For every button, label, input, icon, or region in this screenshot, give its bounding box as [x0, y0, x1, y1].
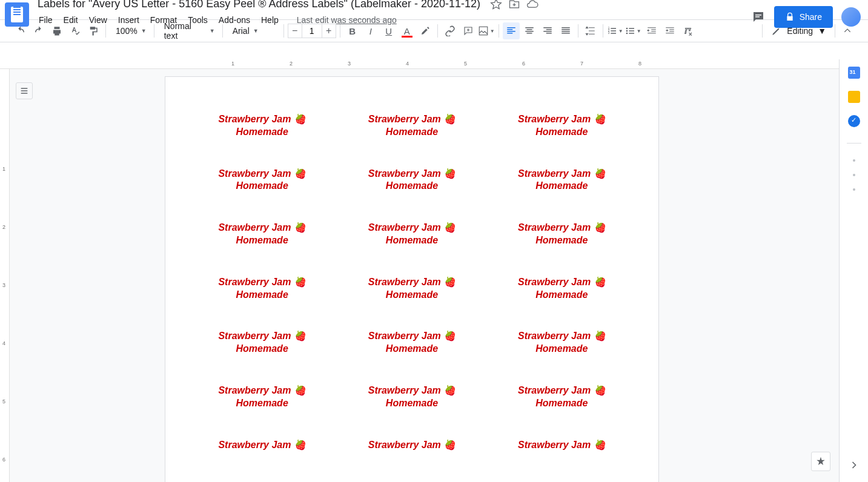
svg-text:3: 3 [608, 31, 609, 35]
fontsize-input[interactable] [302, 24, 322, 38]
fontsize-plus[interactable]: + [322, 24, 336, 38]
svg-rect-1 [755, 16, 760, 18]
comments-icon[interactable] [751, 10, 766, 24]
keep-addon-icon[interactable] [848, 91, 860, 103]
addon-dot [853, 174, 855, 176]
share-button[interactable]: Share [774, 6, 833, 28]
label-cell[interactable]: Strawberry Jam 🍓Homemade [349, 276, 474, 302]
svg-rect-0 [755, 15, 761, 16]
document-page[interactable]: Strawberry Jam 🍓HomemadeStrawberry Jam 🍓… [165, 76, 659, 482]
font-select[interactable]: Arial▼ [227, 22, 280, 39]
label-cell[interactable]: Strawberry Jam 🍓Homemade [499, 113, 624, 139]
tasks-addon-icon[interactable] [848, 115, 860, 127]
clear-format-button[interactable] [680, 22, 697, 39]
align-left-button[interactable] [503, 22, 520, 39]
textcolor-button[interactable]: A [399, 22, 416, 39]
explore-button[interactable] [811, 452, 830, 471]
cloud-icon[interactable] [526, 0, 538, 10]
label-cell[interactable]: Strawberry Jam 🍓 [349, 439, 474, 452]
label-cell[interactable]: Strawberry Jam 🍓Homemade [199, 330, 325, 355]
addon-dot [853, 159, 855, 162]
redo-button[interactable] [30, 22, 47, 39]
svg-point-6 [626, 28, 628, 30]
label-cell[interactable]: Strawberry Jam 🍓Homemade [349, 113, 474, 139]
svg-point-7 [626, 30, 628, 32]
svg-point-8 [626, 33, 628, 35]
label-cell[interactable]: Strawberry Jam 🍓Homemade [199, 222, 325, 247]
label-cell[interactable]: Strawberry Jam 🍓Homemade [199, 113, 325, 139]
align-justify-button[interactable] [557, 22, 574, 39]
label-cell[interactable]: Strawberry Jam 🍓Homemade [499, 276, 624, 302]
style-select[interactable]: Normal text▼ [158, 22, 219, 39]
lock-icon [785, 12, 795, 22]
label-cell[interactable]: Strawberry Jam 🍓Homemade [349, 222, 474, 247]
label-cell[interactable]: Strawberry Jam 🍓Homemade [499, 330, 624, 355]
label-cell[interactable]: Strawberry Jam 🍓 [499, 439, 624, 452]
format-paint-button[interactable] [85, 22, 102, 39]
print-button[interactable] [48, 22, 65, 39]
share-label: Share [800, 12, 822, 22]
outline-toggle[interactable] [16, 82, 33, 99]
label-cell[interactable]: Strawberry Jam 🍓Homemade [499, 385, 624, 410]
star-icon[interactable] [490, 0, 502, 10]
label-cell[interactable]: Strawberry Jam 🍓Homemade [349, 385, 474, 410]
label-cell[interactable]: Strawberry Jam 🍓Homemade [349, 168, 474, 193]
label-cell[interactable]: Strawberry Jam 🍓Homemade [199, 168, 325, 193]
highlight-button[interactable] [417, 22, 434, 39]
numbered-list-button[interactable]: 123▼ [607, 22, 624, 39]
horizontal-ruler[interactable]: 1 2 3 4 5 6 7 8 [0, 59, 839, 69]
linespacing-button[interactable] [582, 22, 599, 39]
addon-dot [853, 188, 855, 191]
align-center-button[interactable] [521, 22, 538, 39]
image-button[interactable]: ▼ [478, 22, 495, 39]
align-right-button[interactable] [539, 22, 556, 39]
spellcheck-button[interactable] [67, 22, 84, 39]
side-panel [839, 59, 868, 482]
comment-button[interactable] [460, 22, 477, 39]
fontsize-minus[interactable]: − [288, 24, 302, 38]
italic-button[interactable]: I [362, 22, 379, 39]
zoom-select[interactable]: 100%▼ [110, 22, 150, 39]
label-cell[interactable]: Strawberry Jam 🍓Homemade [199, 276, 325, 302]
label-cell[interactable]: Strawberry Jam 🍓Homemade [499, 168, 624, 193]
move-icon[interactable] [508, 0, 520, 10]
vertical-ruler[interactable]: 1 2 3 4 5 6 [0, 69, 10, 482]
label-cell[interactable]: Strawberry Jam 🍓Homemade [199, 385, 325, 410]
sidepanel-collapse-icon[interactable] [848, 459, 860, 471]
fontsize-control[interactable]: − + [288, 24, 336, 38]
underline-button[interactable]: U [380, 22, 397, 39]
docs-logo[interactable] [5, 2, 29, 27]
calendar-addon-icon[interactable] [848, 67, 860, 79]
document-title[interactable]: Labels for "Avery US Letter - 5160 Easy … [34, 0, 485, 10]
label-cell[interactable]: Strawberry Jam 🍓Homemade [499, 222, 624, 247]
svg-rect-2 [479, 27, 488, 35]
label-cell[interactable]: Strawberry Jam 🍓 [199, 439, 325, 452]
bullet-list-button[interactable]: ▼ [625, 22, 642, 39]
user-avatar[interactable] [841, 7, 861, 27]
bold-button[interactable]: B [344, 22, 361, 39]
link-button[interactable] [442, 22, 459, 39]
indent-increase-button[interactable] [661, 22, 678, 39]
label-cell[interactable]: Strawberry Jam 🍓Homemade [349, 330, 474, 355]
indent-decrease-button[interactable] [643, 22, 660, 39]
